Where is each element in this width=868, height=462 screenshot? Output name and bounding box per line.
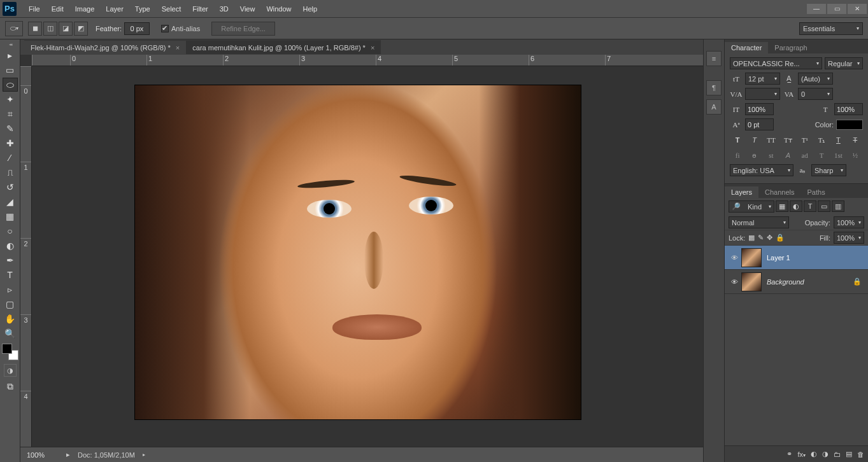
- tool-preset-picker[interactable]: ⬭▾: [5, 21, 23, 36]
- adjustment-layer-icon[interactable]: ◑: [822, 450, 829, 458]
- minimize-button[interactable]: —: [807, 4, 826, 14]
- screen-mode-toggle[interactable]: ⧉: [3, 379, 18, 393]
- layer-mask-icon[interactable]: ◐: [811, 450, 817, 458]
- history-brush-tool[interactable]: ↺: [3, 180, 18, 194]
- status-menu-icon[interactable]: ▸: [143, 452, 145, 458]
- text-color-swatch[interactable]: [836, 120, 863, 130]
- lasso-tool[interactable]: ⬭: [3, 78, 18, 92]
- stamp-tool[interactable]: ⎍: [3, 165, 18, 179]
- visibility-toggle[interactable]: 👁: [727, 254, 741, 262]
- baseline-input[interactable]: [745, 118, 774, 130]
- language-select[interactable]: English: USA▾: [730, 164, 793, 176]
- link-layers-icon[interactable]: ⚭: [786, 450, 792, 458]
- toolbox-collapse-handle[interactable]: [1, 42, 19, 47]
- healing-tool[interactable]: ✚: [3, 136, 18, 150]
- type-tool[interactable]: T: [3, 268, 18, 282]
- crop-tool[interactable]: ⌗: [3, 107, 18, 121]
- menu-filter[interactable]: Filter: [187, 5, 213, 13]
- zoom-tool[interactable]: 🔍: [3, 326, 18, 340]
- tab-layers[interactable]: Layers: [725, 186, 758, 198]
- tab-character[interactable]: Character: [725, 42, 768, 53]
- ruler-vertical[interactable]: 01234: [20, 66, 32, 447]
- menu-view[interactable]: View: [234, 5, 261, 13]
- superscript-button[interactable]: T¹: [797, 134, 813, 146]
- lock-transparency-icon[interactable]: ▩: [748, 234, 755, 242]
- close-button[interactable]: ✕: [848, 4, 867, 14]
- tab-close-icon[interactable]: ×: [176, 44, 180, 52]
- move-tool[interactable]: ▸: [3, 48, 18, 62]
- maximize-button[interactable]: ▭: [827, 4, 846, 14]
- ot-sigma[interactable]: ѳ: [746, 149, 762, 162]
- antialias-checkbox[interactable]: ✔: [161, 25, 169, 32]
- ot-fi[interactable]: fi: [730, 149, 745, 162]
- zoom-level[interactable]: 100%: [27, 451, 59, 459]
- leading-input[interactable]: (Auto)▾: [798, 73, 833, 85]
- tab-paragraph[interactable]: Paragraph: [768, 42, 813, 53]
- tab-paths[interactable]: Paths: [801, 186, 832, 198]
- selection-add-icon[interactable]: ◫: [43, 22, 57, 36]
- paragraph-styles-icon[interactable]: ¶: [706, 80, 722, 95]
- ruler-horizontal[interactable]: 01234567: [32, 55, 703, 66]
- blur-tool[interactable]: ○: [3, 224, 18, 238]
- allcaps-button[interactable]: TT: [764, 134, 779, 146]
- ot-half[interactable]: ½: [848, 149, 863, 162]
- eyedropper-tool[interactable]: ✎: [3, 122, 18, 136]
- layers-empty-area[interactable]: [725, 294, 868, 445]
- layer-fx-icon[interactable]: fx▾: [797, 451, 806, 458]
- delete-layer-icon[interactable]: 🗑: [857, 451, 864, 458]
- layer-name[interactable]: Background: [767, 278, 804, 286]
- dodge-tool[interactable]: ◐: [3, 239, 18, 253]
- filter-adjust-icon[interactable]: ◐: [790, 200, 802, 212]
- layer-name[interactable]: Layer 1: [767, 254, 790, 262]
- blend-mode-select[interactable]: Normal▾: [729, 216, 789, 228]
- tab-channels[interactable]: Channels: [758, 186, 800, 198]
- subscript-button[interactable]: T₁: [814, 134, 829, 146]
- app-logo[interactable]: Ps: [3, 2, 17, 16]
- expose-icon[interactable]: ▸: [66, 451, 70, 459]
- selection-subtract-icon[interactable]: ◪: [59, 22, 73, 36]
- tab-close-icon[interactable]: ×: [371, 44, 374, 52]
- pen-tool[interactable]: ✒: [3, 253, 18, 267]
- marquee-tool[interactable]: ▭: [3, 63, 18, 77]
- visibility-toggle[interactable]: 👁: [727, 278, 741, 286]
- canvas-viewport[interactable]: 01234567 01234: [20, 55, 703, 447]
- layer-thumbnail[interactable]: [741, 272, 762, 291]
- shape-tool[interactable]: ▢: [3, 297, 18, 311]
- font-style-select[interactable]: Regular▾: [825, 57, 863, 69]
- vscale-input[interactable]: [745, 103, 774, 115]
- color-swatches[interactable]: [2, 344, 18, 360]
- font-size-input[interactable]: 12 pt▾: [745, 73, 780, 85]
- document-tab[interactable]: cara memutihkan Kulit.jpg @ 100% (Layer …: [186, 40, 381, 54]
- canvas-image[interactable]: [135, 85, 581, 419]
- font-family-select[interactable]: OPENCLASSIC Re...▾: [730, 57, 822, 69]
- layer-group-icon[interactable]: 🗀: [834, 451, 841, 458]
- eraser-tool[interactable]: ◢: [3, 195, 18, 209]
- menu-layer[interactable]: Layer: [100, 5, 129, 13]
- strikethrough-button[interactable]: T: [848, 134, 863, 146]
- antialias-select[interactable]: Sharp▾: [811, 164, 846, 176]
- ot-swash[interactable]: A: [780, 149, 795, 162]
- opacity-input[interactable]: 100%▾: [834, 216, 864, 228]
- lock-all-icon[interactable]: 🔒: [776, 234, 785, 242]
- selection-new-icon[interactable]: ◼: [28, 22, 42, 36]
- filter-smart-icon[interactable]: ▥: [832, 200, 844, 212]
- menu-help[interactable]: Help: [297, 5, 324, 13]
- ot-fractions[interactable]: 1st: [830, 149, 846, 162]
- fill-input[interactable]: 100%▾: [834, 232, 864, 244]
- faux-italic-button[interactable]: T: [746, 134, 762, 146]
- layer-row[interactable]: 👁 Layer 1: [725, 246, 868, 270]
- refine-edge-button[interactable]: Refine Edge...: [211, 22, 275, 36]
- new-layer-icon[interactable]: ▤: [846, 450, 852, 458]
- gradient-tool[interactable]: ▦: [3, 209, 18, 223]
- lock-pixels-icon[interactable]: ✎: [758, 234, 764, 242]
- quick-mask-toggle[interactable]: ◑: [4, 364, 17, 377]
- menu-3d[interactable]: 3D: [214, 5, 234, 13]
- menu-image[interactable]: Image: [69, 5, 101, 13]
- ot-ordinals[interactable]: T: [814, 149, 829, 162]
- menu-type[interactable]: Type: [129, 5, 156, 13]
- filter-type-icon[interactable]: T: [804, 200, 816, 212]
- smallcaps-button[interactable]: Tᴛ: [780, 134, 795, 146]
- lock-position-icon[interactable]: ✥: [767, 234, 772, 242]
- document-tab[interactable]: Flek-Hitam-di-Wajah2.jpg @ 100% (RGB/8) …: [24, 40, 186, 54]
- layer-thumbnail[interactable]: [741, 248, 762, 267]
